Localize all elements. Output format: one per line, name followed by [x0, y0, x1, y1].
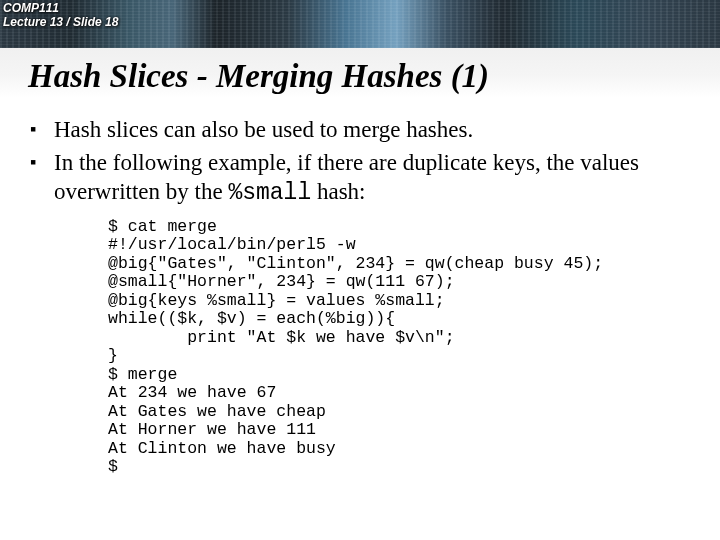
course-label: COMP111 Lecture 13 / Slide 18	[3, 2, 118, 30]
body-content: Hash slices can also be used to merge ha…	[30, 116, 690, 211]
bullet-item: Hash slices can also be used to merge ha…	[30, 116, 690, 145]
bullet-text: Hash slices can also be used to merge ha…	[54, 117, 473, 142]
code-block: $ cat merge #!/usr/local/bin/perl5 -w @b…	[108, 218, 603, 477]
slide: COMP111 Lecture 13 / Slide 18 Hash Slice…	[0, 0, 720, 540]
course-code: COMP111	[3, 1, 59, 15]
page-title: Hash Slices - Merging Hashes (1)	[28, 58, 489, 95]
lecture-slide-number: Lecture 13 / Slide 18	[3, 15, 118, 29]
bullet-item: In the following example, if there are d…	[30, 149, 690, 208]
inline-code: %small	[228, 180, 311, 206]
bullet-text-tail: hash:	[311, 179, 365, 204]
